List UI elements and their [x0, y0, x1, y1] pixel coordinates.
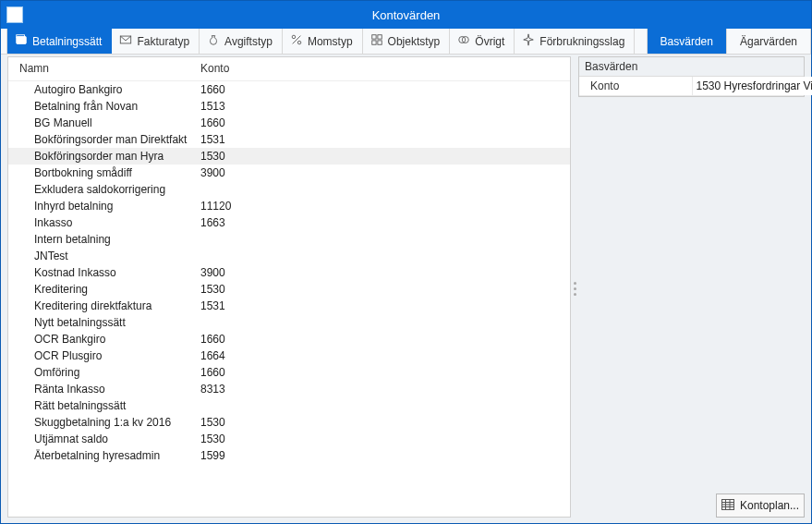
cell-konto: 1530 [200, 150, 311, 163]
tab-label: Övrigt [475, 35, 504, 48]
table-row[interactable]: Bokföringsorder man Direktfakt1531 [8, 131, 570, 148]
cell-konto: 1660 [200, 116, 311, 129]
cell-name: Kreditering direktfaktura [16, 299, 200, 312]
table-row[interactable]: Utjämnat saldo1530 [8, 431, 570, 447]
grid-panel: Namn Konto Autogiro Bankgiro1660Betalnin… [7, 56, 571, 518]
top-tabbar: Betalningssätt Fakturatyp Avgiftstyp Mom… [1, 29, 811, 55]
grid-header: Namn Konto [8, 57, 570, 81]
cell-konto: 3900 [200, 266, 311, 279]
tab-label: Momstyp [308, 35, 353, 48]
table-row[interactable]: Återbetalning hyresadmin1599 [8, 447, 570, 464]
splitter-dot [574, 293, 576, 296]
cell-name: Inhyrd betalning [16, 200, 200, 213]
kontoplan-button[interactable]: Kontoplan... [716, 494, 805, 518]
cell-name: Skuggbetalning 1:a kv 2016 [16, 416, 200, 429]
table-row[interactable]: Inkasso1663 [8, 214, 570, 231]
titlebar: Kontovärden [1, 1, 811, 29]
tab-label: Ägarvärden [740, 35, 797, 48]
tabbar-spacer [1, 29, 7, 54]
cell-name: Exkludera saldokorrigering [16, 183, 200, 196]
properties-panel: Basvärden Konto [578, 56, 805, 518]
tab-agarvarden[interactable]: Ägarvärden [727, 29, 811, 54]
table-row[interactable]: Kreditering direktfaktura1531 [8, 298, 570, 314]
table-row[interactable]: Nytt betalningssätt [8, 314, 570, 331]
table-row[interactable]: Bortbokning smådiff3900 [8, 165, 570, 181]
tab-forbrukningsslag[interactable]: Förbrukningsslag [515, 29, 635, 54]
grid-body[interactable]: Autogiro Bankgiro1660Betalning från Nova… [8, 81, 570, 517]
blocks-icon [370, 33, 383, 49]
table-row[interactable]: Kreditering1530 [8, 281, 570, 298]
cell-name: Utjämnat saldo [16, 433, 200, 445]
property-value-konto [692, 77, 813, 95]
tab-avgiftstyp[interactable]: Avgiftstyp [200, 29, 283, 54]
column-header-namn[interactable]: Namn [16, 62, 200, 75]
percent-icon [290, 33, 303, 49]
cell-name: Rätt betalningssätt [16, 399, 200, 412]
cell-name: Nytt betalningssätt [16, 316, 200, 329]
table-row[interactable]: Autogiro Bankgiro1660 [8, 81, 570, 98]
property-key-konto: Konto [579, 77, 692, 95]
table-row[interactable]: Bokföringsorder man Hyra1530 [8, 148, 570, 165]
table-row[interactable]: Betalning från Novan1513 [8, 98, 570, 115]
cell-konto: 1531 [200, 299, 311, 312]
cell-konto: 8313 [200, 383, 311, 396]
tab-label: Förbrukningsslag [539, 35, 624, 48]
splitter[interactable] [571, 55, 578, 523]
tab-betalningssatt[interactable]: Betalningssätt [7, 29, 112, 54]
cell-name: OCR Bankgiro [16, 333, 200, 346]
table-row[interactable]: Inhyrd betalning11120 [8, 198, 570, 214]
rings-icon [457, 33, 470, 49]
cell-konto: 1660 [200, 333, 311, 346]
svg-rect-9 [377, 41, 381, 44]
cell-name: Autogiro Bankgiro [16, 83, 200, 96]
wallet-icon [15, 33, 28, 49]
tab-fakturatyp[interactable]: Fakturatyp [112, 29, 200, 54]
tab-label: Fakturatyp [137, 35, 189, 48]
table-row[interactable]: Rätt betalningssätt [8, 397, 570, 414]
table-row[interactable]: Exkludera saldokorrigering [8, 181, 570, 198]
cell-konto: 3900 [200, 166, 311, 179]
cell-name: Omföring [16, 366, 200, 379]
cell-name: Ränta Inkasso [16, 383, 200, 396]
right-tabgroup: Basvärden Ägarvärden [647, 29, 811, 54]
svg-line-5 [293, 36, 301, 44]
svg-point-3 [292, 35, 296, 39]
window-title: Kontovärden [1, 8, 811, 22]
cell-name: Betalning från Novan [16, 100, 200, 113]
table-row[interactable]: Ränta Inkasso8313 [8, 381, 570, 397]
table-row[interactable]: Intern betalning [8, 231, 570, 248]
table-row[interactable]: Kostnad Inkasso3900 [8, 264, 570, 281]
konto-input[interactable] [692, 77, 813, 95]
tab-ovrigt[interactable]: Övrigt [450, 29, 515, 54]
tab-label: Basvärden [661, 35, 713, 48]
cell-konto: 1599 [200, 449, 311, 462]
table-row[interactable]: OCR Bankgiro1660 [8, 331, 570, 347]
table-row[interactable]: Omföring1660 [8, 364, 570, 381]
column-header-konto[interactable]: Konto [200, 62, 311, 75]
tab-label: Avgiftstyp [224, 35, 273, 48]
svg-rect-8 [371, 41, 375, 44]
tab-momstyp[interactable]: Momstyp [283, 29, 363, 54]
plane-icon [522, 33, 535, 49]
cell-konto: 1660 [200, 83, 311, 96]
table-row[interactable]: OCR Plusgiro1664 [8, 347, 570, 364]
cell-name: Kreditering [16, 283, 200, 296]
cell-name: Återbetalning hyresadmin [16, 449, 200, 462]
cell-name: Intern betalning [16, 233, 200, 246]
cell-konto: 1660 [200, 366, 311, 379]
tab-objektstyp[interactable]: Objektstyp [363, 29, 451, 54]
moneybag-icon [207, 33, 220, 49]
svg-rect-7 [377, 35, 381, 39]
cell-name: JNTest [16, 250, 200, 262]
table-row[interactable]: BG Manuell1660 [8, 115, 570, 131]
tab-basvarden[interactable]: Basvärden [648, 29, 727, 54]
table-row[interactable]: Skuggbetalning 1:a kv 20161530 [8, 414, 570, 431]
cell-name: Bokföringsorder man Hyra [16, 150, 200, 163]
splitter-dot [574, 287, 576, 290]
cell-konto: 1531 [200, 133, 311, 146]
cell-name: Bortbokning smådiff [16, 166, 200, 179]
grid-icon [721, 499, 734, 513]
content-body: Namn Konto Autogiro Bankgiro1660Betalnin… [1, 55, 811, 523]
tab-label: Betalningssätt [32, 35, 102, 48]
table-row[interactable]: JNTest [8, 248, 570, 264]
